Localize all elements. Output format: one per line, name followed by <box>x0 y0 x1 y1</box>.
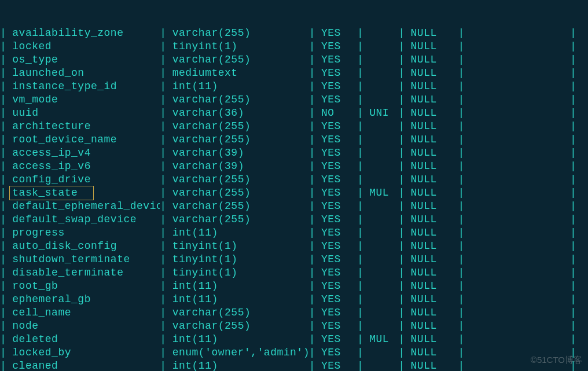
default-cell: NULL <box>405 200 458 213</box>
default-cell: NULL <box>405 106 458 120</box>
field-cell: task_state <box>6 186 160 200</box>
null-cell: YES <box>315 213 357 226</box>
field-cell: root_gb <box>6 280 160 293</box>
table-row: |default_swap_device|varchar(255)|YES||N… <box>0 213 588 226</box>
null-cell: YES <box>315 160 357 173</box>
mysql-describe-table-output: |availability_zone|varchar(255)|YES||NUL… <box>0 0 588 371</box>
field-cell: shutdown_terminate <box>6 253 160 266</box>
field-cell: cleaned <box>6 359 160 371</box>
default-cell: NULL <box>405 186 458 200</box>
null-cell: YES <box>315 67 357 80</box>
default-cell: NULL <box>405 359 458 371</box>
field-cell: disable_terminate <box>6 266 160 280</box>
type-cell: varchar(255) <box>167 319 309 333</box>
field-cell: vm_mode <box>6 93 160 106</box>
default-cell: NULL <box>405 346 458 359</box>
default-cell: NULL <box>405 280 458 293</box>
type-cell: tinyint(1) <box>167 253 309 266</box>
default-cell: NULL <box>405 120 458 133</box>
field-cell: ephemeral_gb <box>6 293 160 306</box>
default-cell: NULL <box>405 226 458 240</box>
table-row: |ephemeral_gb|int(11)|YES||NULL|| <box>0 293 588 306</box>
table-row: |config_drive|varchar(255)|YES||NULL|| <box>0 173 588 186</box>
type-cell: int(11) <box>167 293 309 306</box>
table-row: |architecture|varchar(255)|YES||NULL|| <box>0 120 588 133</box>
type-cell: varchar(36) <box>167 106 309 120</box>
null-cell: YES <box>315 319 357 333</box>
null-cell: YES <box>315 253 357 266</box>
field-cell: architecture <box>6 120 160 133</box>
type-cell: int(11) <box>167 280 309 293</box>
field-cell: auto_disk_config <box>6 240 160 253</box>
field-cell: cell_name <box>6 306 160 319</box>
type-cell: tinyint(1) <box>167 240 309 253</box>
table-row: |uuid|varchar(36)|NO|UNI|NULL|| <box>0 106 588 120</box>
null-cell: YES <box>315 293 357 306</box>
null-cell: YES <box>315 133 357 146</box>
null-cell: YES <box>315 240 357 253</box>
default-cell: NULL <box>405 293 458 306</box>
field-cell: locked_by <box>6 346 160 359</box>
type-cell: varchar(39) <box>167 160 309 173</box>
table-row: |cell_name|varchar(255)|YES||NULL|| <box>0 306 588 319</box>
type-cell: varchar(255) <box>167 200 309 213</box>
table-row: |instance_type_id|int(11)|YES||NULL|| <box>0 80 588 93</box>
watermark: ©51CTO博客 <box>531 353 582 366</box>
field-cell: os_type <box>6 53 160 67</box>
default-cell: NULL <box>405 240 458 253</box>
default-cell: NULL <box>405 67 458 80</box>
table-row: |disable_terminate|tinyint(1)|YES||NULL|… <box>0 266 588 280</box>
table-row: |launched_on|mediumtext|YES||NULL|| <box>0 67 588 80</box>
type-cell: int(11) <box>167 359 309 371</box>
field-cell: default_ephemeral_device <box>6 200 160 213</box>
null-cell: YES <box>315 306 357 319</box>
field-cell: instance_type_id <box>6 80 160 93</box>
type-cell: int(11) <box>167 80 309 93</box>
type-cell: varchar(39) <box>167 146 309 160</box>
default-cell: NULL <box>405 93 458 106</box>
type-cell: tinyint(1) <box>167 266 309 280</box>
type-cell: varchar(255) <box>167 93 309 106</box>
default-cell: NULL <box>405 319 458 333</box>
table-row: |task_state |varchar(255)|YES|MUL|NULL|| <box>0 186 588 200</box>
type-cell: int(11) <box>167 333 309 346</box>
null-cell: YES <box>315 93 357 106</box>
default-cell: NULL <box>405 40 458 53</box>
default-cell: NULL <box>405 53 458 67</box>
null-cell: YES <box>315 280 357 293</box>
type-cell: mediumtext <box>167 67 309 80</box>
type-cell: varchar(255) <box>167 186 309 200</box>
table-row: |vm_mode|varchar(255)|YES||NULL|| <box>0 93 588 106</box>
field-cell: default_swap_device <box>6 213 160 226</box>
type-cell: enum('owner','admin') <box>167 346 309 359</box>
table-body: |availability_zone|varchar(255)|YES||NUL… <box>0 27 588 371</box>
key-cell: UNI <box>363 106 398 120</box>
default-cell: NULL <box>405 173 458 186</box>
field-cell: deleted <box>6 333 160 346</box>
field-cell: uuid <box>6 106 160 120</box>
default-cell: NULL <box>405 306 458 319</box>
table-row: |availability_zone|varchar(255)|YES||NUL… <box>0 27 588 40</box>
table-row: |locked|tinyint(1)|YES||NULL|| <box>0 40 588 53</box>
type-cell: varchar(255) <box>167 133 309 146</box>
null-cell: YES <box>315 333 357 346</box>
default-cell: NULL <box>405 213 458 226</box>
default-cell: NULL <box>405 253 458 266</box>
null-cell: YES <box>315 226 357 240</box>
type-cell: varchar(255) <box>167 53 309 67</box>
null-cell: YES <box>315 173 357 186</box>
default-cell: NULL <box>405 133 458 146</box>
key-cell: MUL <box>363 333 398 346</box>
type-cell: varchar(255) <box>167 173 309 186</box>
highlighted-field: task_state <box>9 186 94 200</box>
null-cell: YES <box>315 346 357 359</box>
field-cell: access_ip_v6 <box>6 160 160 173</box>
null-cell: NO <box>315 106 357 120</box>
field-cell: root_device_name <box>6 133 160 146</box>
type-cell: tinyint(1) <box>167 40 309 53</box>
null-cell: YES <box>315 80 357 93</box>
default-cell: NULL <box>405 146 458 160</box>
null-cell: YES <box>315 40 357 53</box>
table-row: |deleted|int(11)|YES|MUL|NULL|| <box>0 333 588 346</box>
table-row: |access_ip_v4|varchar(39)|YES||NULL|| <box>0 146 588 160</box>
